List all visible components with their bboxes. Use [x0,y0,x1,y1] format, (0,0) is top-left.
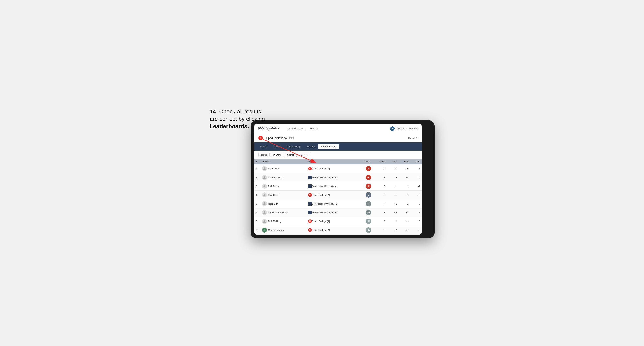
cell-rd1: -5 [387,173,398,182]
player-avatar [262,201,267,206]
team-logo-c: C [308,228,312,232]
nav-tournaments[interactable]: TOURNAMENTS [286,127,305,130]
col-rank: # [254,159,260,164]
close-icon: ✕ [416,137,418,139]
table-header-row: # PLAYER TEAM TOTAL THRU RD1 RD2 RD3 [254,159,422,164]
cell-rd2: E [398,199,410,208]
team-logo-su: ▪▪▪▪ [308,211,312,214]
cell-rd3: -1 [410,182,422,190]
col-thru: THRU [373,159,387,164]
cell-team: ▪▪▪▪ Scoreboard University [A] [306,208,357,217]
cell-thru: F [373,226,387,234]
tablet-frame: SCOREBOARD Powered by clippd TOURNAMENTS… [250,120,434,238]
team-logo-su: ▪▪▪▪ [308,175,312,179]
table-row: 6 Cameron Robertson ▪▪▪▪ Scoreboard Univ… [254,208,422,217]
svg-point-8 [264,229,265,230]
cell-rd1: +5 [387,208,398,217]
cell-team: C Clippd College [A] [306,164,357,173]
cell-rd1: +3 [387,164,398,173]
team-logo-su: ▪▪▪▪ [308,184,312,188]
cell-rd3: +6 [410,217,422,226]
signout-link[interactable]: Sign out [408,127,418,130]
cell-rd1: +1 [387,182,398,190]
svg-point-1 [264,168,265,169]
cell-thru: F [373,199,387,208]
player-avatar [262,166,267,171]
cell-rd2: +1 [398,217,410,226]
cell-rd2: -4 [398,190,410,199]
cell-rd2: -6 [398,164,410,173]
cell-rd3: -5 [410,164,422,173]
cell-rd3: -4 [410,173,422,182]
cell-thru: F [373,208,387,217]
cell-rd1: +1 [387,199,398,208]
instruction-bold: Leaderboards. [210,123,249,129]
tab-leaderboards[interactable]: Leaderboards [318,144,339,149]
tab-details[interactable]: Details [258,144,270,149]
player-avatar [262,192,267,197]
cell-player: Elliot Ebert [260,164,306,173]
cell-thru: F [373,217,387,226]
cell-team: C Clippd College [A] [306,190,357,199]
cell-rank: 8 [254,226,260,234]
cell-rd3: +2 [410,226,422,234]
user-label: Test User | [396,127,407,130]
cell-total: -2 [357,182,373,190]
instruction-line2: are correct by clicking [210,116,265,122]
col-total: TOTAL [357,159,373,164]
cell-rd2: -2 [398,182,410,190]
svg-point-4 [264,194,265,195]
cell-team: C Clippd College [A] [306,226,357,234]
cell-rank: 4 [254,190,260,199]
tab-course-setup[interactable]: Course Setup [284,144,304,149]
cell-player: David Ford [260,190,306,199]
svg-point-3 [264,185,265,186]
cell-rank: 1 [254,164,260,173]
player-avatar [262,175,267,180]
player-avatar [262,228,267,232]
cell-player: Cameron Robertson [260,208,306,217]
cancel-button[interactable]: Cancel ✕ [408,137,418,139]
tournament-badge: (Men) [288,137,294,139]
instruction-text: 14. Check all results are correct by cli… [210,108,265,130]
tab-bar: Details Teams Course Setup Results Leade… [254,143,422,151]
col-rd2: RD2 [398,159,410,164]
cell-player: Rees Britt [260,199,306,208]
table-row: 1 Elliot Ebert C Clippd College [A] -8 F… [254,164,422,173]
tablet-screen: SCOREBOARD Powered by clippd TOURNAMENTS… [254,124,422,235]
cell-total: +11 [357,226,373,234]
col-rd3: RD3 [410,159,422,164]
table-row: 2 Chris Robertson ▪▪▪▪ Scoreboard Univer… [254,173,422,182]
cell-player: Marcus Turners [260,226,306,234]
cell-team: ▪▪▪▪ Scoreboard University [A] [306,199,357,208]
cell-rd3: E [410,199,422,208]
outer-wrapper: 14. Check all results are correct by cli… [210,108,434,238]
filter-players-button[interactable]: Players [271,153,284,157]
nav-teams[interactable]: TEAMS [310,127,318,130]
player-avatar [262,184,267,189]
cell-thru: F [373,173,387,182]
cell-player: Chris Robertson [260,173,306,182]
cell-rd1: +2 [387,217,398,226]
cell-total: +1 [357,199,373,208]
team-logo-c: C [308,167,312,171]
table-row: 3 Rich Butler ▪▪▪▪ Scoreboard University… [254,182,422,190]
team-logo-c: C [308,219,312,223]
filter-strokes-button[interactable]: Strokes [298,153,310,157]
filter-teams-button[interactable]: Teams [258,153,270,157]
cell-rank: 5 [254,199,260,208]
cell-rd1: +1 [387,190,398,199]
tab-results[interactable]: Results [304,144,318,149]
tournament-title: Clippd Invitational [265,136,288,140]
table-row: 8 Marcus Turners C Clippd College [A] +1… [254,226,422,234]
tab-teams[interactable]: Teams [271,144,283,149]
player-avatar [262,219,267,224]
cell-team: ▪▪▪▪ Scoreboard University [A] [306,173,357,182]
instruction-line1: 14. Check all results [210,108,261,115]
filter-scores-button[interactable]: Scores [285,153,297,157]
team-logo-c: C [308,193,312,197]
cell-team: C Clippd College [A] [306,217,357,226]
col-player: PLAYER [260,159,306,164]
filter-bar: Teams Players Scores Strokes [254,151,422,159]
cell-thru: F [373,190,387,199]
